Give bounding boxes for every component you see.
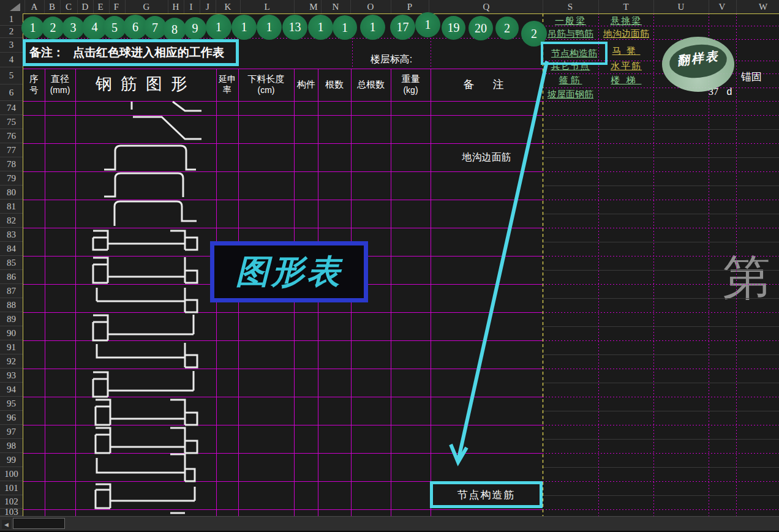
sheet-link-ball[interactable]: 3 — [62, 17, 85, 39]
header-remarks: 备注 — [431, 69, 542, 100]
row-header[interactable]: 97 — [0, 425, 23, 439]
row-header[interactable]: 86 — [0, 270, 23, 284]
row-header[interactable]: 92 — [0, 354, 23, 369]
column-header[interactable]: F — [114, 0, 119, 13]
row-header[interactable]: 100 — [0, 467, 23, 481]
row-header[interactable]: 2 — [0, 26, 23, 38]
row-header[interactable]: 87 — [0, 284, 23, 298]
nav-link-xuantiao-liang[interactable]: 悬挑梁 — [599, 15, 653, 27]
column-header[interactable]: S — [568, 0, 573, 13]
row-header[interactable]: 84 — [0, 242, 23, 256]
column-header[interactable]: J — [206, 0, 209, 13]
rebar-shape-row74 — [132, 102, 201, 111]
row-header[interactable]: 77 — [0, 143, 23, 157]
row-header[interactable]: 95 — [0, 397, 23, 411]
row-header[interactable]: 6 — [0, 84, 23, 101]
column-header[interactable]: P — [407, 0, 412, 13]
row-header[interactable]: 4 — [0, 53, 23, 67]
column-header[interactable]: D — [82, 0, 89, 13]
row-header[interactable]: 102 — [0, 495, 23, 509]
column-header[interactable]: L — [264, 0, 269, 13]
column-header[interactable]: V — [719, 0, 726, 13]
column-header[interactable]: C — [66, 0, 72, 13]
nav-link-jiedian-gouzaojin[interactable]: 节点构造筋 — [551, 48, 597, 59]
row-header[interactable]: 99 — [0, 453, 23, 467]
sheet-link-ball[interactable]: 8 — [163, 18, 186, 41]
column-header[interactable]: B — [49, 0, 55, 13]
note-prefix: 备注： — [29, 45, 64, 61]
nav-link-digou-bianmianjin[interactable]: 地沟边面筋 — [599, 28, 653, 40]
sheet-link-ball[interactable]: 2 — [495, 17, 519, 40]
header-diameter: 直径(mm) — [45, 69, 75, 100]
column-header[interactable]: U — [678, 0, 685, 13]
row-header[interactable]: 88 — [0, 298, 23, 312]
row-header[interactable]: 3 — [0, 38, 23, 53]
row-header[interactable]: 79 — [0, 171, 23, 185]
select-all-corner[interactable] — [0, 0, 23, 13]
sheet-link-ball[interactable]: 1 — [257, 15, 282, 40]
column-header[interactable]: Q — [483, 0, 490, 13]
row-header[interactable]: 1 — [0, 13, 23, 26]
column-header[interactable]: K — [225, 0, 231, 13]
anchor-label: 锚固 — [736, 70, 767, 84]
row-header[interactable]: 5 — [0, 67, 23, 84]
column-header[interactable]: E — [97, 0, 103, 13]
sheet-link-ball[interactable]: 17 — [390, 15, 415, 40]
row-header-column: 1 2 3 4 5 6 74 75 76 77 78 79 80 81 82 8… — [0, 13, 23, 516]
sheet-link-ball[interactable]: 19 — [442, 16, 465, 40]
row-header[interactable]: 74 — [0, 101, 23, 115]
row-header[interactable]: 89 — [0, 312, 23, 326]
sheet-link-ball[interactable]: 1 — [360, 15, 385, 40]
row-header[interactable]: 76 — [0, 129, 23, 143]
row-header[interactable]: 83 — [0, 228, 23, 242]
rebar-shape-row77 — [104, 146, 196, 170]
column-header[interactable]: G — [143, 0, 150, 13]
column-header[interactable]: N — [333, 0, 339, 13]
row-header[interactable]: 80 — [0, 185, 23, 200]
row-header[interactable]: 93 — [0, 369, 23, 383]
row-header[interactable]: 91 — [0, 340, 23, 354]
column-header[interactable]: T — [623, 0, 628, 13]
column-header[interactable]: O — [367, 0, 374, 13]
column-header[interactable]: M — [309, 0, 317, 13]
sheet-link-ball[interactable]: 1 — [21, 17, 44, 39]
column-header[interactable]: H — [173, 0, 179, 13]
nav-link-gujin[interactable]: 箍筋 — [543, 74, 598, 86]
row-header[interactable]: 96 — [0, 411, 23, 425]
sheet-link-ball[interactable]: 1 — [333, 15, 357, 40]
rebar-shape-drawings — [93, 102, 201, 513]
scroll-left-button[interactable]: ◀ — [2, 520, 11, 529]
scrollbar-thumb[interactable] — [13, 518, 65, 529]
floor-elevation-label: 楼层标高: — [352, 53, 431, 66]
nav-link-powumian-gangjin[interactable]: 坡屋面钢筋 — [543, 89, 598, 100]
row-header[interactable]: 81 — [0, 200, 23, 214]
fanyangbiao-button[interactable]: 翻样表 — [662, 37, 734, 92]
nav-link-louti[interactable]: 楼梯 — [599, 74, 653, 86]
header-cut-length: 下料长度(cm) — [239, 69, 293, 100]
row-header[interactable]: 75 — [0, 115, 23, 129]
column-header[interactable]: I — [190, 0, 193, 13]
nav-link-diaojin-yajin[interactable]: 吊筋与鸭筋 — [543, 28, 598, 40]
sheet-link-ball[interactable]: 2 — [42, 17, 64, 39]
sheet-link-ball[interactable]: 20 — [469, 16, 493, 40]
sheet-link-ball[interactable]: 1 — [231, 15, 257, 40]
horizontal-scrollbar[interactable]: ◀ — [0, 516, 779, 531]
row-header[interactable]: 98 — [0, 439, 23, 453]
row-header[interactable]: 85 — [0, 256, 23, 270]
sheet-link-ball[interactable]: 1 — [308, 15, 333, 40]
sheet-link-ball[interactable]: 9 — [184, 17, 206, 40]
page-watermark: 第 — [723, 246, 779, 310]
row-header[interactable]: 103 — [0, 509, 23, 516]
sheet-link-ball[interactable]: 1 — [206, 14, 231, 40]
row-header[interactable]: 94 — [0, 383, 23, 397]
nav-link-yiban-liang[interactable]: 一般梁 — [543, 15, 598, 27]
row-header[interactable]: 78 — [0, 157, 23, 171]
row-header[interactable]: 82 — [0, 214, 23, 228]
row-header[interactable]: 101 — [0, 481, 23, 495]
column-header[interactable]: W — [759, 0, 767, 13]
rebar-shape-row101 — [96, 484, 195, 508]
sheet-link-ball[interactable]: 1 — [415, 12, 440, 37]
column-header[interactable]: A — [31, 0, 38, 13]
sheet-link-ball[interactable]: 13 — [282, 15, 307, 40]
row-header[interactable]: 90 — [0, 326, 23, 340]
